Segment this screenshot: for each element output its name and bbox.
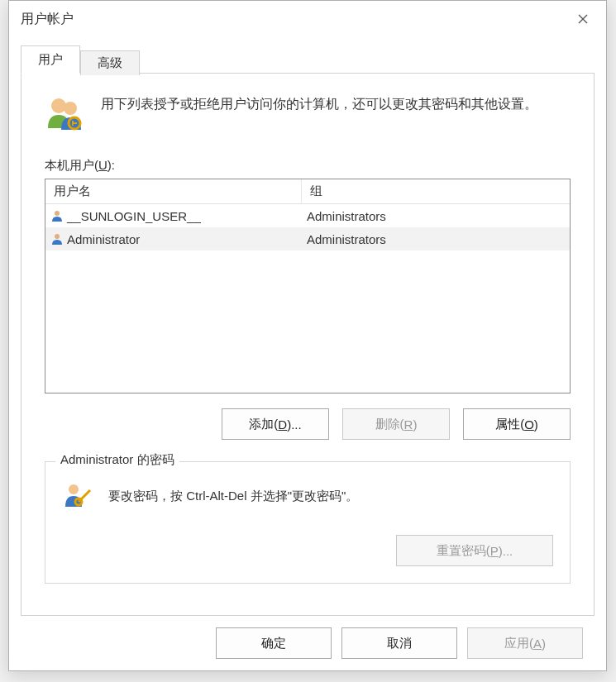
reset-password-button: 重置密码(P)...	[396, 535, 553, 566]
close-icon	[578, 14, 588, 24]
user-icon	[50, 209, 64, 222]
svg-point-5	[55, 211, 60, 216]
users-icon	[45, 93, 86, 131]
svg-rect-3	[72, 121, 74, 126]
local-users-label: 本机用户(U):	[45, 158, 571, 174]
apply-button: 应用(A)	[467, 627, 583, 659]
remove-button: 删除(R)	[342, 408, 450, 440]
add-button[interactable]: 添加(D)...	[222, 408, 329, 440]
svg-point-1	[64, 102, 77, 115]
intro-row: 用下列表授予或拒绝用户访问你的计算机，还可以更改其密码和其他设置。	[45, 93, 571, 131]
user-name: __SUNLOGIN_USER__	[67, 209, 201, 223]
user-group: Administrators	[307, 232, 386, 246]
client-area: 用户 高级 用下列表授予或	[9, 37, 606, 670]
tab-users[interactable]: 用户	[21, 45, 80, 74]
column-group[interactable]: 组	[302, 179, 570, 203]
svg-point-7	[69, 484, 79, 494]
tab-users-label: 用户	[38, 52, 63, 68]
svg-point-0	[51, 98, 66, 113]
svg-point-6	[55, 234, 60, 239]
svg-rect-4	[74, 122, 77, 124]
key-user-icon	[62, 482, 92, 510]
listview-body: __SUNLOGIN_USER__ Administrators Adminis…	[45, 204, 570, 250]
titlebar: 用户帐户	[9, 1, 606, 37]
window-title: 用户帐户	[21, 11, 74, 28]
list-buttons-row: 添加(D)... 删除(R) 属性(O)	[45, 408, 571, 440]
user-icon	[50, 232, 64, 246]
user-accounts-window: 用户帐户 用户 高级	[8, 0, 607, 671]
list-item[interactable]: __SUNLOGIN_USER__ Administrators	[45, 204, 570, 227]
password-legend: Administrator 的密码	[55, 452, 179, 468]
user-group: Administrators	[307, 209, 386, 223]
user-name: Administrator	[67, 232, 140, 246]
column-username[interactable]: 用户名	[45, 179, 302, 203]
list-item[interactable]: Administrator Administrators	[45, 227, 570, 250]
password-groupbox: Administrator 的密码 要改密码，按 Ctrl-Alt-Del 并选…	[45, 461, 571, 584]
properties-button[interactable]: 属性(O)	[463, 408, 571, 440]
cancel-button[interactable]: 取消	[341, 627, 457, 659]
tab-advanced-label: 高级	[98, 55, 122, 71]
listview-header: 用户名 组	[45, 179, 570, 204]
dialog-buttons: 确定 取消 应用(A)	[21, 616, 595, 670]
tab-page-users: 用下列表授予或拒绝用户访问你的计算机，还可以更改其密码和其他设置。 本机用户(U…	[21, 73, 595, 616]
intro-text: 用下列表授予或拒绝用户访问你的计算机，还可以更改其密码和其他设置。	[101, 93, 537, 115]
users-listview[interactable]: 用户名 组 __SUNLOGIN_USER__ Administrators	[45, 179, 571, 393]
password-hint: 要改密码，按 Ctrl-Alt-Del 并选择"更改密码"。	[108, 489, 358, 504]
ok-button[interactable]: 确定	[216, 627, 332, 659]
tabstrip: 用户 高级	[21, 45, 595, 74]
close-button[interactable]	[561, 2, 604, 36]
tab-advanced[interactable]: 高级	[80, 50, 140, 75]
